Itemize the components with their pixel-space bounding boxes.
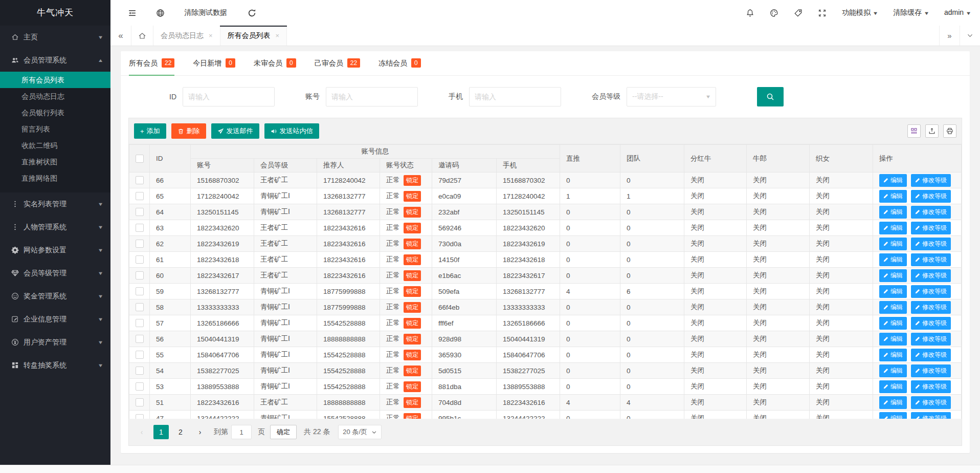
- edit-button[interactable]: 编辑: [879, 317, 907, 330]
- delete-button[interactable]: 删除: [171, 123, 206, 139]
- edit-button[interactable]: 编辑: [879, 238, 907, 250]
- sidebar-item-7[interactable]: 企业信息管理▼: [0, 308, 110, 331]
- horizontal-scrollbar[interactable]: [0, 465, 980, 473]
- clear-test-data-button[interactable]: 清除测试数据: [184, 8, 227, 17]
- search-input-2[interactable]: [469, 87, 561, 106]
- search-button[interactable]: [757, 87, 784, 106]
- filter-tab[interactable]: 今日新增0: [193, 51, 235, 75]
- refresh-icon[interactable]: [248, 9, 256, 17]
- edit-level-button[interactable]: 修改等级: [911, 285, 951, 298]
- lock-button[interactable]: 锁定: [404, 286, 421, 297]
- sidebar-subitem[interactable]: 所有会员列表: [0, 72, 110, 88]
- edit-button[interactable]: 编辑: [879, 333, 907, 346]
- tabs-forward-button[interactable]: »: [939, 26, 960, 46]
- sidebar-subitem[interactable]: 留言列表: [0, 121, 110, 137]
- sidebar-item-1[interactable]: 会员管理系统▲: [0, 49, 110, 72]
- lock-button[interactable]: 锁定: [404, 397, 421, 408]
- row-checkbox[interactable]: [136, 414, 144, 419]
- edit-button[interactable]: 编辑: [879, 412, 907, 419]
- row-checkbox[interactable]: [136, 224, 144, 232]
- edit-button[interactable]: 编辑: [879, 174, 907, 187]
- search-input-1[interactable]: [326, 87, 418, 106]
- row-checkbox[interactable]: [136, 398, 144, 406]
- lock-button[interactable]: 锁定: [404, 381, 421, 392]
- page-number-2[interactable]: 2: [173, 425, 188, 439]
- sidebar-item-8[interactable]: 用户资产管理▼: [0, 331, 110, 354]
- page-tab[interactable]: 所有会员列表×: [220, 26, 287, 46]
- search-input-0[interactable]: [183, 87, 275, 106]
- close-icon[interactable]: ×: [276, 32, 280, 39]
- lock-button[interactable]: 锁定: [404, 239, 421, 249]
- tabs-collapse-button[interactable]: «: [110, 26, 131, 46]
- edit-level-button[interactable]: 修改等级: [911, 333, 951, 346]
- edit-button[interactable]: 编辑: [879, 349, 907, 361]
- topbar-menu-2[interactable]: admin▼: [944, 8, 971, 16]
- edit-button[interactable]: 编辑: [879, 253, 907, 266]
- filter-tab[interactable]: 所有会员22: [129, 51, 174, 75]
- lock-button[interactable]: 锁定: [404, 334, 421, 345]
- lock-button[interactable]: 锁定: [404, 223, 421, 233]
- add-button[interactable]: + 添加: [134, 123, 166, 139]
- row-checkbox[interactable]: [136, 192, 144, 200]
- prev-page-button[interactable]: ‹: [134, 425, 149, 439]
- edit-level-button[interactable]: 修改等级: [911, 364, 951, 377]
- filter-tab[interactable]: 冻结会员0: [378, 51, 421, 75]
- topbar-menu-0[interactable]: 功能模拟▼: [842, 8, 878, 16]
- edit-button[interactable]: 编辑: [879, 190, 907, 203]
- edit-button[interactable]: 编辑: [879, 380, 907, 393]
- sidebar-item-6[interactable]: 奖金管理系统▼: [0, 285, 110, 308]
- lock-button[interactable]: 锁定: [404, 413, 421, 419]
- edit-level-button[interactable]: 修改等级: [911, 349, 951, 361]
- edit-level-button[interactable]: 修改等级: [911, 380, 951, 393]
- edit-level-button[interactable]: 修改等级: [911, 206, 951, 219]
- row-checkbox[interactable]: [136, 271, 144, 280]
- topbar-menu-1[interactable]: 清除缓存▼: [893, 8, 929, 16]
- sidebar-item-3[interactable]: 人物管理系统▼: [0, 216, 110, 239]
- sidebar-item-4[interactable]: 网站参数设置▼: [0, 239, 110, 262]
- page-tab[interactable]: 会员动态日志×: [153, 26, 220, 46]
- edit-level-button[interactable]: 修改等级: [911, 253, 951, 266]
- row-checkbox[interactable]: [136, 255, 144, 264]
- edit-button[interactable]: 编辑: [879, 269, 907, 282]
- page-size-select[interactable]: 20 条/页: [338, 425, 382, 439]
- sidebar-item-9[interactable]: 转盘抽奖系统▼: [0, 354, 110, 377]
- export-button[interactable]: [925, 124, 939, 138]
- edit-level-button[interactable]: 修改等级: [911, 238, 951, 250]
- sidebar-toggle-icon[interactable]: [128, 9, 137, 17]
- row-checkbox[interactable]: [136, 319, 144, 327]
- lock-button[interactable]: 锁定: [404, 318, 421, 329]
- edit-level-button[interactable]: 修改等级: [911, 174, 951, 187]
- member-level-select[interactable]: --请选择--▼: [627, 87, 716, 106]
- edit-button[interactable]: 编辑: [879, 285, 907, 298]
- row-checkbox[interactable]: [136, 351, 144, 359]
- edit-level-button[interactable]: 修改等级: [911, 190, 951, 203]
- sidebar-item-2[interactable]: 实名列表管理▼: [0, 192, 110, 216]
- row-checkbox[interactable]: [136, 335, 144, 343]
- edit-button[interactable]: 编辑: [879, 396, 907, 409]
- lock-button[interactable]: 锁定: [404, 207, 421, 218]
- edit-level-button[interactable]: 修改等级: [911, 301, 951, 314]
- edit-button[interactable]: 编辑: [879, 206, 907, 219]
- row-checkbox[interactable]: [136, 208, 144, 216]
- row-checkbox[interactable]: [136, 176, 144, 184]
- theme-palette-icon[interactable]: [770, 9, 778, 17]
- globe-icon[interactable]: [156, 9, 165, 17]
- print-button[interactable]: [943, 124, 956, 138]
- edit-button[interactable]: 编辑: [879, 301, 907, 314]
- row-checkbox[interactable]: [136, 303, 144, 311]
- edit-level-button[interactable]: 修改等级: [911, 396, 951, 409]
- sidebar-subitem[interactable]: 会员动态日志: [0, 88, 110, 104]
- lock-button[interactable]: 锁定: [404, 191, 421, 202]
- sidebar-item-5[interactable]: 会员等级管理▼: [0, 262, 110, 285]
- tabs-menu-button[interactable]: [960, 26, 980, 46]
- bell-icon[interactable]: [746, 9, 754, 17]
- edit-button[interactable]: 编辑: [879, 364, 907, 377]
- edit-level-button[interactable]: 修改等级: [911, 412, 951, 419]
- row-checkbox[interactable]: [136, 240, 144, 248]
- columns-filter-button[interactable]: [907, 124, 921, 138]
- sidebar-subitem[interactable]: 直推树状图: [0, 154, 110, 170]
- lock-button[interactable]: 锁定: [404, 350, 421, 360]
- goto-page-input[interactable]: [231, 425, 252, 439]
- row-checkbox[interactable]: [136, 367, 144, 375]
- filter-tab[interactable]: 未审会员0: [254, 51, 296, 75]
